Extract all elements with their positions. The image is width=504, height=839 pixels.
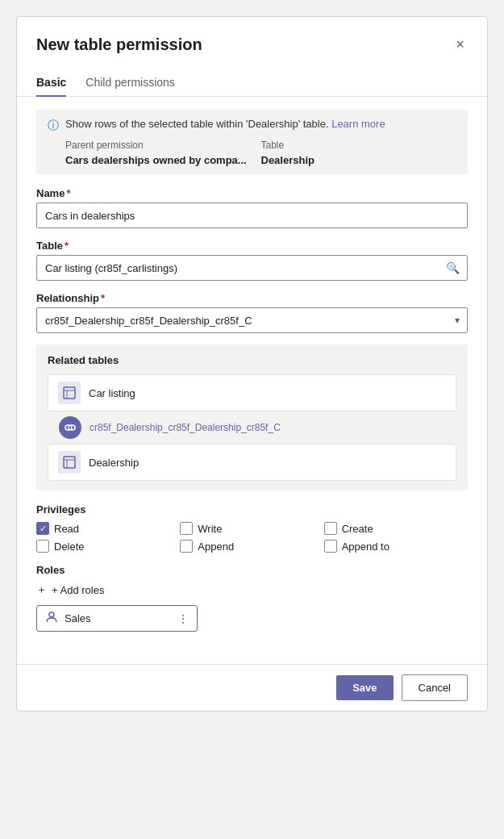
privileges-section: Privileges Read Write Create — [36, 503, 468, 553]
name-label: Name* — [36, 187, 468, 199]
relationship-field-group: Relationship* cr85f_Dealership_cr85f_Dea… — [36, 292, 468, 333]
table-value: Dealership — [261, 154, 457, 166]
table-icon-car-listing — [58, 382, 81, 404]
relationship-link-item: cr85f_Dealership_cr85f_Dealership_cr85f_… — [48, 416, 456, 439]
info-table: Parent permission Table Cars dealerships… — [48, 140, 456, 166]
related-item-car-listing: Car listing — [48, 374, 456, 411]
add-roles-label: + Add roles — [52, 584, 104, 596]
related-item-dealership: Dealership — [48, 444, 456, 481]
tab-child-permissions[interactable]: Child permissions — [85, 69, 174, 97]
plus-icon: ＋ — [36, 582, 47, 597]
related-tables-box: Related tables Car listing cr — [36, 344, 468, 490]
save-button[interactable]: Save — [336, 675, 393, 700]
parent-permission-value: Cars dealerships owned by compa... — [65, 154, 261, 166]
privilege-delete: Delete — [36, 540, 180, 553]
svg-rect-3 — [64, 457, 75, 468]
dialog-body: ⓘ Show rows of the selected table within… — [17, 97, 487, 664]
dialog-title: New table permission — [36, 35, 202, 54]
relationship-select-wrapper: cr85f_Dealership_cr85f_Dealership_cr85f_… — [36, 307, 468, 333]
table-search-input[interactable] — [36, 255, 468, 281]
table-icon-dealership — [58, 451, 81, 474]
privilege-delete-label: Delete — [54, 541, 85, 553]
table-field-group: Table* 🔍 — [36, 240, 468, 281]
checkbox-append[interactable] — [180, 540, 193, 553]
relationship-label: Relationship* — [36, 292, 468, 304]
privilege-read-label: Read — [54, 523, 79, 535]
checkbox-read[interactable] — [36, 522, 49, 535]
name-field-group: Name* — [36, 187, 468, 228]
table-header: Table — [261, 140, 457, 151]
checkbox-delete[interactable] — [36, 540, 49, 553]
privilege-create: Create — [324, 522, 468, 535]
new-table-permission-dialog: New table permission × Basic Child permi… — [16, 16, 488, 712]
relationship-link-label: cr85f_Dealership_cr85f_Dealership_cr85f_… — [90, 422, 281, 433]
name-input[interactable] — [36, 202, 468, 228]
privilege-append-to: Append to — [324, 540, 468, 553]
info-text: Show rows of the selected table within '… — [65, 118, 385, 130]
checkbox-create[interactable] — [324, 522, 337, 535]
close-button[interactable]: × — [452, 33, 468, 56]
parent-permission-header: Parent permission — [65, 140, 261, 151]
related-tables-title: Related tables — [48, 354, 456, 366]
roles-section: Roles ＋ + Add roles Sales ⋮ — [36, 564, 468, 632]
privilege-create-label: Create — [342, 523, 373, 535]
table-label: Table* — [36, 240, 468, 252]
role-more-button[interactable]: ⋮ — [177, 612, 189, 625]
svg-rect-0 — [64, 387, 75, 399]
privilege-append-label: Append — [198, 541, 234, 553]
privilege-read: Read — [36, 522, 180, 535]
dealership-label: Dealership — [89, 457, 139, 469]
dialog-footer: Save Cancel — [17, 664, 487, 711]
tab-basic[interactable]: Basic — [36, 69, 66, 97]
person-icon — [45, 611, 58, 626]
learn-more-link[interactable]: Learn more — [331, 118, 385, 130]
checkbox-write[interactable] — [180, 522, 193, 535]
car-listing-label: Car listing — [89, 387, 135, 399]
privilege-append-to-label: Append to — [342, 541, 389, 553]
link-icon-relationship — [59, 416, 81, 439]
info-box: ⓘ Show rows of the selected table within… — [36, 110, 468, 174]
relationship-select[interactable]: cr85f_Dealership_cr85f_Dealership_cr85f_… — [36, 307, 468, 333]
svg-point-6 — [49, 612, 54, 617]
privileges-grid: Read Write Create Delete — [36, 522, 468, 553]
close-icon: × — [456, 36, 464, 53]
privileges-title: Privileges — [36, 503, 468, 516]
privilege-write: Write — [180, 522, 323, 535]
table-search-wrapper: 🔍 — [36, 255, 468, 281]
checkbox-append-to[interactable] — [324, 540, 337, 553]
cancel-button[interactable]: Cancel — [402, 674, 468, 701]
info-icon: ⓘ — [48, 119, 59, 133]
role-sales-label: Sales — [65, 612, 91, 624]
add-roles-button[interactable]: ＋ + Add roles — [36, 582, 104, 597]
dialog-header: New table permission × — [17, 17, 487, 69]
privilege-write-label: Write — [198, 523, 222, 535]
tab-bar: Basic Child permissions — [17, 69, 487, 97]
role-tag-sales: Sales ⋮ — [36, 605, 198, 632]
roles-title: Roles — [36, 564, 468, 576]
privilege-append: Append — [180, 540, 323, 553]
